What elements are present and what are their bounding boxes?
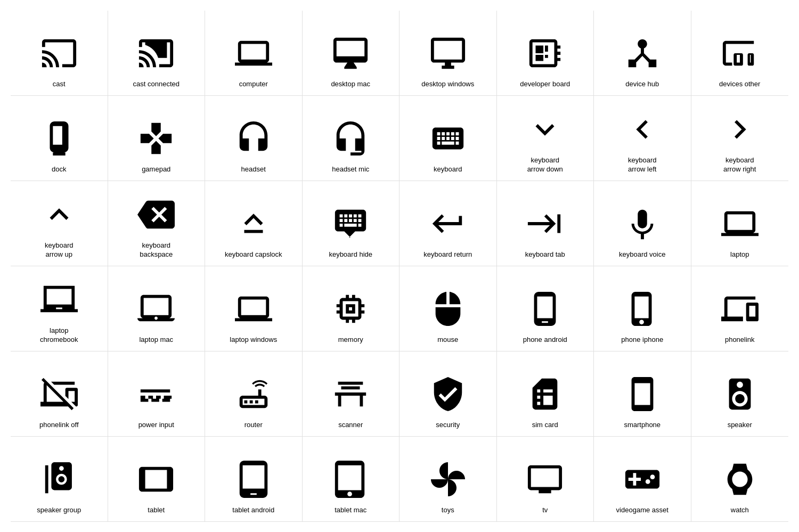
icon-cell-keyboard-backspace: keyboardbackspace: [108, 181, 206, 266]
gamepad-icon: [135, 117, 177, 160]
phonelink-off-label: phonelink off: [39, 421, 79, 430]
laptop-icon: [719, 202, 761, 245]
security-icon: [427, 373, 469, 415]
icon-cell-toys: toys: [399, 437, 497, 522]
mouse-icon: [427, 288, 469, 330]
keyboard-arrow-right-label: keyboardarrow right: [723, 156, 756, 174]
keyboard-capslock-icon: [232, 202, 275, 245]
icon-grid: cast cast connected computer desktop mac…: [11, 11, 788, 522]
watch-label: watch: [731, 506, 749, 515]
icon-cell-keyboard-tab: keyboard tab: [497, 181, 594, 266]
developer-board-label: developer board: [520, 80, 570, 89]
smartphone-label: smartphone: [624, 421, 661, 430]
keyboard-return-label: keyboard return: [423, 250, 472, 259]
keyboard-voice-label: keyboard voice: [619, 250, 665, 259]
headset-mic-icon: [329, 117, 372, 160]
keyboard-arrow-right-icon: [719, 108, 761, 151]
icon-cell-tablet: tablet: [108, 437, 206, 522]
icon-cell-keyboard-arrow-up: keyboardarrow up: [11, 181, 108, 266]
tablet-android-label: tablet android: [232, 506, 274, 515]
icon-cell-tablet-mac: tablet mac: [303, 437, 400, 522]
tablet-android-icon: [232, 458, 275, 501]
headset-mic-label: headset mic: [332, 165, 369, 174]
phone-iphone-icon: [621, 288, 664, 330]
headset-label: headset: [241, 165, 266, 174]
keyboard-arrow-left-icon: [621, 108, 664, 151]
keyboard-arrow-down-label: keyboardarrow down: [527, 156, 563, 174]
tablet-icon: [135, 458, 177, 501]
phone-iphone-label: phone iphone: [621, 335, 663, 345]
phone-android-label: phone android: [523, 335, 567, 345]
device-hub-label: device hub: [625, 80, 659, 89]
icon-cell-gamepad: gamepad: [108, 96, 206, 181]
mouse-label: mouse: [437, 335, 458, 345]
keyboard-icon: [427, 117, 469, 160]
cast-icon: [38, 32, 80, 75]
laptop-label: laptop: [730, 250, 749, 259]
phonelink-off-icon: [38, 373, 80, 415]
icon-cell-computer: computer: [205, 11, 303, 96]
sim-card-label: sim card: [532, 421, 558, 430]
icon-cell-headset: headset: [205, 96, 303, 181]
tablet-mac-label: tablet mac: [335, 506, 366, 515]
gamepad-label: gamepad: [142, 165, 170, 174]
toys-icon: [427, 458, 469, 501]
keyboard-backspace-label: keyboardbackspace: [140, 241, 173, 259]
scanner-label: scanner: [338, 421, 363, 430]
icon-cell-phone-iphone: phone iphone: [594, 266, 691, 351]
icon-cell-cast-connected: cast connected: [108, 11, 206, 96]
dock-icon: [38, 117, 80, 160]
tv-icon: [524, 458, 566, 501]
icon-cell-scanner: scanner: [303, 351, 400, 437]
keyboard-tab-label: keyboard tab: [525, 250, 565, 259]
icon-cell-tablet-android: tablet android: [205, 437, 303, 522]
keyboard-arrow-down-icon: [524, 108, 566, 151]
keyboard-arrow-up-icon: [38, 193, 80, 236]
icon-cell-security: security: [399, 351, 497, 437]
sim-card-icon: [524, 373, 566, 415]
laptop-windows-icon: [232, 288, 275, 330]
icon-cell-videogame-asset: videogame asset: [594, 437, 691, 522]
icon-cell-keyboard-voice: keyboard voice: [594, 181, 691, 266]
keyboard-hide-label: keyboard hide: [329, 250, 372, 259]
icon-cell-keyboard-return: keyboard return: [399, 181, 497, 266]
watch-icon: [719, 458, 761, 501]
tv-label: tv: [542, 506, 548, 515]
icon-cell-headset-mic: headset mic: [303, 96, 400, 181]
laptop-chromebook-label: laptopchromebook: [40, 326, 78, 345]
power-input-label: power input: [138, 421, 174, 430]
icon-cell-router: router: [205, 351, 303, 437]
tablet-mac-icon: [329, 458, 372, 501]
icon-cell-mouse: mouse: [399, 266, 497, 351]
speaker-group-label: speaker group: [37, 506, 81, 515]
videogame-asset-label: videogame asset: [616, 506, 668, 515]
laptop-chromebook-icon: [38, 279, 80, 321]
icon-cell-device-hub: device hub: [594, 11, 691, 96]
cast-label: cast: [53, 80, 66, 89]
router-label: router: [244, 421, 263, 430]
devices-other-icon: [719, 32, 761, 75]
speaker-label: speaker: [728, 421, 752, 430]
keyboard-capslock-label: keyboard capslock: [225, 250, 282, 259]
icon-cell-watch: watch: [691, 437, 789, 522]
keyboard-arrow-left-label: keyboardarrow left: [628, 156, 656, 174]
icon-cell-phonelink-off: phonelink off: [11, 351, 108, 437]
power-input-icon: [135, 373, 177, 415]
desktop-mac-label: desktop mac: [331, 80, 370, 89]
cast-connected-icon: [135, 32, 177, 75]
icon-cell-phone-android: phone android: [497, 266, 594, 351]
memory-icon: [329, 288, 372, 330]
device-hub-icon: [621, 32, 664, 75]
icon-cell-desktop-windows: desktop windows: [399, 11, 497, 96]
desktop-mac-icon: [329, 32, 372, 75]
icon-cell-laptop: laptop: [691, 181, 789, 266]
icon-cell-keyboard-arrow-right: keyboardarrow right: [691, 96, 789, 181]
speaker-icon: [719, 373, 761, 415]
desktop-windows-label: desktop windows: [421, 80, 474, 89]
computer-label: computer: [239, 80, 268, 89]
icon-cell-keyboard-hide: keyboard hide: [303, 181, 400, 266]
cast-connected-label: cast connected: [133, 80, 180, 89]
laptop-mac-icon: [135, 288, 177, 330]
icon-cell-memory: memory: [303, 266, 400, 351]
keyboard-return-icon: [427, 202, 469, 245]
